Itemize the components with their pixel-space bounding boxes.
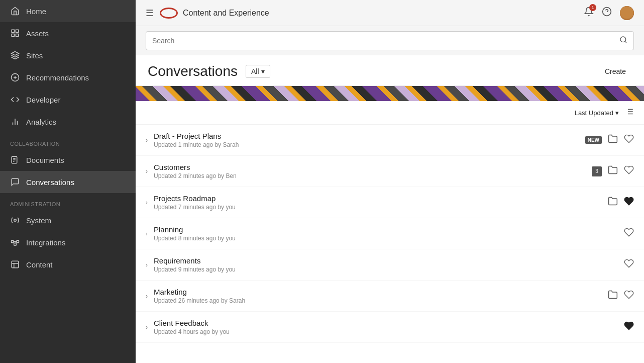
svg-marker-4 — [12, 52, 19, 56]
assets-icon — [10, 28, 20, 38]
favorite-icon[interactable] — [624, 227, 634, 240]
favorite-icon[interactable] — [624, 290, 634, 302]
sidebar-assets-label: Assets — [26, 29, 49, 38]
conversation-actions — [608, 196, 634, 209]
conversation-item-marketing[interactable]: › Marketing Updated 26 minutes ago by Sa… — [136, 281, 644, 312]
filter-label: All — [251, 67, 259, 75]
folder-icon[interactable] — [608, 134, 618, 146]
documents-icon — [10, 155, 20, 165]
svg-point-26 — [620, 37, 626, 42]
sidebar-item-analytics[interactable]: Analytics — [0, 111, 136, 133]
svg-rect-17 — [17, 240, 19, 243]
conversation-item-projects-roadmap[interactable]: › Projects Roadmap Updated 7 minutes ago… — [136, 187, 644, 218]
sidebar-item-system[interactable]: System — [0, 209, 136, 231]
sidebar-item-conversations[interactable]: Conversations — [0, 171, 136, 193]
sidebar-item-assets[interactable]: Assets — [0, 22, 136, 44]
favorite-icon[interactable] — [624, 134, 634, 146]
conversation-info: Planning Updated 8 minutes ago by you — [154, 225, 624, 242]
conversation-name: Marketing — [154, 288, 608, 296]
conversation-info: Requirements Updated 9 minutes ago by yo… — [154, 256, 624, 273]
conversation-info: Draft - Project Plans Updated 1 minute a… — [154, 132, 585, 148]
conversation-info: Marketing Updated 26 minutes ago by Sara… — [154, 288, 608, 304]
chevron-right-icon: › — [146, 324, 148, 331]
administration-section-label: ADMINISTRATION — [0, 193, 136, 209]
sort-chevron-icon: ▾ — [615, 109, 619, 117]
sidebar-item-documents[interactable]: Documents — [0, 149, 136, 171]
conversation-item-client-feedback[interactable]: › Client Feedback Updated 4 hours ago by… — [136, 312, 644, 343]
conversation-info: Client Feedback Updated 4 hours ago by y… — [154, 319, 624, 335]
favorite-icon[interactable] — [624, 321, 634, 333]
search-icon[interactable] — [619, 36, 627, 46]
sidebar-item-content[interactable]: Content — [0, 253, 136, 276]
chevron-right-icon: › — [146, 168, 148, 175]
conversation-actions: 3 — [592, 165, 634, 177]
sidebar-home-label: Home — [26, 7, 46, 16]
conversation-meta: Updated 8 minutes ago by you — [154, 235, 624, 242]
sort-bar: Last Updated ▾ — [136, 101, 644, 125]
svg-rect-16 — [12, 240, 14, 243]
favorite-icon[interactable] — [624, 165, 634, 177]
sidebar-item-sites[interactable]: Sites — [0, 44, 136, 66]
sidebar-item-home[interactable]: Home — [0, 0, 136, 22]
chevron-right-icon: › — [146, 137, 148, 144]
topbar: ☰ Content and Experience 1 — [136, 0, 644, 26]
conversation-meta: Updated 9 minutes ago by you — [154, 266, 624, 273]
conversation-item-draft-project-plans[interactable]: › Draft - Project Plans Updated 1 minute… — [136, 125, 644, 156]
analytics-icon — [10, 117, 20, 127]
sidebar-item-developer[interactable]: Developer — [0, 88, 136, 111]
conversation-name: Projects Roadmap — [154, 194, 608, 203]
sidebar-item-recommendations[interactable]: Recommendations — [0, 66, 136, 88]
conversation-item-planning[interactable]: › Planning Updated 8 minutes ago by you — [136, 218, 644, 249]
conversation-info: Customers Updated 2 minutes ago by Ben — [154, 163, 592, 179]
conversation-meta: Updated 7 minutes ago by you — [154, 204, 608, 211]
conversation-actions — [624, 258, 634, 271]
integrations-icon — [10, 237, 20, 247]
search-bar — [146, 31, 634, 50]
list-view-icon[interactable] — [625, 107, 634, 118]
page-header: Conversations All ▾ Create — [136, 55, 644, 86]
conversation-actions — [624, 321, 634, 333]
conversation-item-customers[interactable]: › Customers Updated 2 minutes ago by Ben… — [136, 156, 644, 187]
svg-rect-18 — [14, 243, 17, 246]
app-logo: Content and Experience — [160, 8, 269, 19]
create-button[interactable]: Create — [599, 64, 632, 78]
conversation-name: Requirements — [154, 256, 624, 265]
svg-rect-0 — [12, 30, 14, 32]
conversation-name: Planning — [154, 225, 624, 234]
svg-rect-21 — [12, 261, 19, 268]
conversation-meta: Updated 2 minutes ago by Ben — [154, 172, 592, 179]
collaboration-section-label: COLLABORATION — [0, 133, 136, 149]
sidebar-item-integrations[interactable]: Integrations — [0, 231, 136, 253]
folder-icon[interactable] — [608, 290, 618, 302]
search-input[interactable] — [152, 37, 615, 45]
sort-dropdown[interactable]: Last Updated ▾ — [575, 109, 619, 117]
sort-label: Last Updated — [575, 109, 613, 117]
home-icon — [10, 6, 20, 16]
hamburger-icon[interactable]: ☰ — [146, 8, 154, 19]
conversations-list: › Draft - Project Plans Updated 1 minute… — [136, 125, 644, 343]
filter-dropdown[interactable]: All ▾ — [246, 65, 270, 78]
system-icon — [10, 215, 20, 225]
conversation-item-requirements[interactable]: › Requirements Updated 9 minutes ago by … — [136, 249, 644, 281]
sidebar-sites-label: Sites — [26, 51, 43, 60]
notifications-button[interactable]: 1 — [584, 7, 594, 19]
chevron-right-icon: › — [146, 261, 148, 268]
conversation-actions: NEW — [585, 134, 634, 146]
app-name: Content and Experience — [183, 9, 269, 18]
folder-icon[interactable] — [608, 196, 618, 209]
help-button[interactable] — [602, 7, 612, 19]
sidebar: Home Assets Sites Recommen — [0, 0, 136, 363]
conversation-actions — [624, 227, 634, 240]
user-avatar[interactable] — [620, 6, 634, 20]
chevron-right-icon: › — [146, 199, 148, 206]
count-badge: 3 — [592, 166, 602, 176]
sidebar-recommendations-label: Recommendations — [26, 73, 89, 82]
favorite-icon[interactable] — [624, 196, 634, 209]
sidebar-analytics-label: Analytics — [26, 118, 56, 126]
sidebar-documents-label: Documents — [26, 156, 64, 164]
folder-icon[interactable] — [608, 165, 618, 177]
topbar-actions: 1 — [584, 6, 634, 20]
conversation-name: Customers — [154, 163, 592, 171]
favorite-icon[interactable] — [624, 258, 634, 271]
conversation-meta: Updated 1 minute ago by Sarah — [154, 141, 585, 148]
